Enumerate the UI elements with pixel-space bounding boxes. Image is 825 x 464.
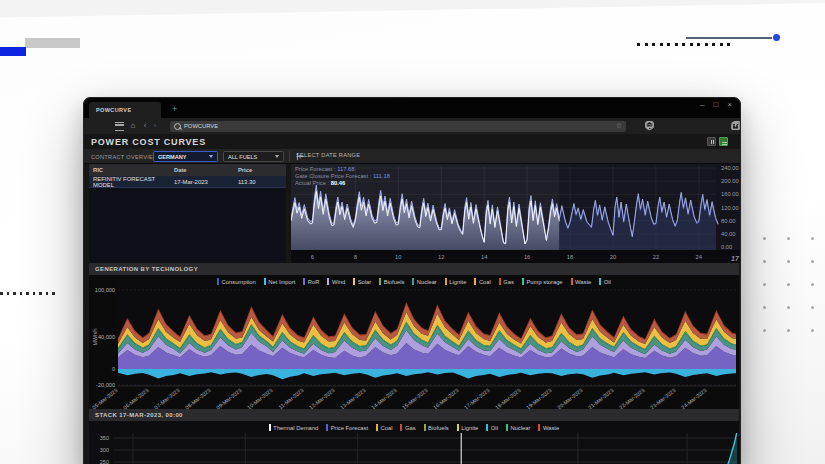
- browser-tab-powcurve[interactable]: POWCURVE: [89, 102, 161, 118]
- legend-label: Price Forecast: [331, 425, 368, 431]
- svg-text:20: 20: [610, 254, 616, 260]
- legend-swatch: [474, 278, 476, 285]
- legend-label: Consumption: [222, 279, 256, 285]
- stack-chart[interactable]: 350300250: [89, 433, 739, 464]
- legend-label: Oil: [491, 425, 498, 431]
- svg-text:05-Mar-2023: 05-Mar-2023: [91, 387, 119, 409]
- legend-item[interactable]: Pump storage: [522, 278, 563, 285]
- legend-item[interactable]: Biofuels: [424, 424, 449, 431]
- svg-text:07-Mar-2023: 07-Mar-2023: [153, 387, 181, 409]
- stack-chart-panel[interactable]: Thermal DemandPrice ForecastCoalGasBiofu…: [89, 421, 739, 464]
- help-icon[interactable]: ?: [644, 120, 655, 131]
- legend-item[interactable]: Price Forecast: [326, 424, 368, 431]
- legend-swatch: [327, 278, 329, 285]
- decor-line: [686, 37, 772, 39]
- section-generation[interactable]: GENERATION BY TECHNOLOGY: [89, 263, 739, 275]
- decor-dotted-line-left: [0, 292, 55, 295]
- country-select[interactable]: GERMANY: [153, 151, 218, 162]
- legend-item[interactable]: Lignite: [457, 424, 479, 431]
- new-tab-button[interactable]: +: [172, 103, 177, 115]
- legend-swatch: [457, 424, 459, 431]
- svg-text:240.00: 240.00: [721, 165, 739, 171]
- decor-dot-grid: [763, 237, 814, 332]
- legend-item[interactable]: Consumption: [217, 278, 256, 285]
- legend-item[interactable]: Gas: [400, 424, 415, 431]
- forward-icon[interactable]: ›: [150, 121, 160, 131]
- svg-text:MWh/h: MWh/h: [92, 328, 98, 345]
- legend-swatch: [522, 278, 524, 285]
- svg-text:250: 250: [100, 459, 109, 464]
- svg-text:18-Mar-2023: 18-Mar-2023: [494, 387, 522, 409]
- close-button[interactable]: ×: [727, 100, 732, 109]
- fuels-select[interactable]: ALL FUELS: [223, 151, 284, 162]
- svg-text:24-Mar-2023: 24-Mar-2023: [680, 387, 708, 409]
- svg-text:80.00: 80.00: [721, 218, 736, 224]
- legend-item[interactable]: Gas: [499, 278, 514, 285]
- select-date-range-button[interactable]: SELECT DATE RANGE: [296, 152, 360, 158]
- legend-item[interactable]: Coal: [376, 424, 392, 431]
- svg-text:08-Mar-2023: 08-Mar-2023: [184, 387, 212, 409]
- svg-text:0: 0: [112, 366, 115, 372]
- legend-item[interactable]: Waste: [538, 424, 559, 431]
- tab-bar: POWCURVE + – □ ×: [84, 98, 740, 118]
- svg-text:14-Mar-2023: 14-Mar-2023: [370, 387, 398, 409]
- svg-text:17-Mar-2023: 17-Mar-2023: [463, 387, 491, 409]
- legend-label: Nuclear: [417, 279, 437, 285]
- svg-text:100,000: 100,000: [95, 287, 115, 293]
- table-cell: 113.30: [234, 179, 286, 185]
- legend-item[interactable]: Oil: [599, 278, 611, 285]
- legend-swatch: [326, 424, 328, 431]
- legend-item[interactable]: Oil: [486, 424, 498, 431]
- svg-text:22: 22: [653, 254, 659, 260]
- legend-item[interactable]: Wind: [327, 278, 345, 285]
- legend-item[interactable]: Thermal Demand: [269, 424, 318, 431]
- legend-item[interactable]: Lignite: [445, 278, 467, 285]
- legend-swatch: [303, 278, 305, 285]
- search-input[interactable]: [184, 123, 616, 129]
- legend-item[interactable]: Waste: [571, 278, 592, 285]
- table-row[interactable]: REFINITIV FORECAST MODEL17-Mar-2023113.3…: [89, 176, 286, 188]
- legend-item[interactable]: Biofuels: [379, 278, 404, 285]
- favorite-star-icon[interactable]: ☆: [616, 122, 622, 130]
- legend-item[interactable]: Coal: [474, 278, 490, 285]
- back-icon[interactable]: ‹: [140, 121, 150, 131]
- legend-item[interactable]: Solar: [353, 278, 371, 285]
- svg-text:6: 6: [311, 254, 314, 260]
- app-window: POWCURVE + – □ × ⌂ ‹ › ☆ ?: [83, 97, 741, 464]
- legend-label: Nuclear: [510, 425, 530, 431]
- svg-text:120.00: 120.00: [721, 205, 739, 211]
- menu-icon[interactable]: [115, 122, 124, 131]
- legend-item[interactable]: Nuclear: [506, 424, 530, 431]
- search-bar[interactable]: ☆: [170, 121, 626, 132]
- price-chart-panel[interactable]: Price Forecast117.68 Gate Closure Price …: [291, 164, 741, 263]
- svg-text:23-Mar-2023: 23-Mar-2023: [649, 387, 677, 409]
- home-icon[interactable]: ⌂: [128, 121, 138, 131]
- chart-tooltip: Price Forecast117.68 Gate Closure Price …: [295, 166, 390, 187]
- generation-chart-panel[interactable]: 100,00040,0000-20,000MWh/h05-Mar-202306-…: [89, 275, 739, 409]
- svg-text:18: 18: [567, 254, 573, 260]
- legend-label: Wind: [332, 279, 345, 285]
- legend-item[interactable]: RoR: [303, 278, 319, 285]
- svg-text:10: 10: [395, 254, 401, 260]
- more-icon[interactable]: [730, 120, 741, 131]
- chevron-down-icon: [209, 155, 213, 158]
- legend-item[interactable]: Nuclear: [412, 278, 436, 285]
- svg-text:40.00: 40.00: [721, 231, 736, 237]
- svg-text:0.00: 0.00: [721, 244, 732, 250]
- section-stack[interactable]: STACK 17-MAR-2023, 00:00: [89, 409, 739, 421]
- search-icon: [174, 123, 181, 130]
- decor-dotted-line-top: [637, 43, 730, 46]
- legend-swatch: [353, 278, 355, 285]
- panel-toggle-icon[interactable]: [707, 137, 716, 146]
- legend-swatch: [217, 278, 219, 285]
- table-cell: 17-Mar-2023: [170, 179, 234, 185]
- legend-swatch: [264, 278, 266, 285]
- legend-item[interactable]: Net Import: [264, 278, 296, 285]
- layout-grid-icon[interactable]: [719, 137, 728, 146]
- maximize-button[interactable]: □: [713, 100, 718, 109]
- legend-swatch: [538, 424, 540, 431]
- minimize-button[interactable]: –: [700, 100, 704, 109]
- background: POWCURVE + – □ × ⌂ ‹ › ☆ ?: [0, 0, 825, 464]
- generation-chart[interactable]: 100,00040,0000-20,000MWh/h05-Mar-202306-…: [89, 275, 739, 409]
- svg-text:-20,000: -20,000: [96, 382, 115, 388]
